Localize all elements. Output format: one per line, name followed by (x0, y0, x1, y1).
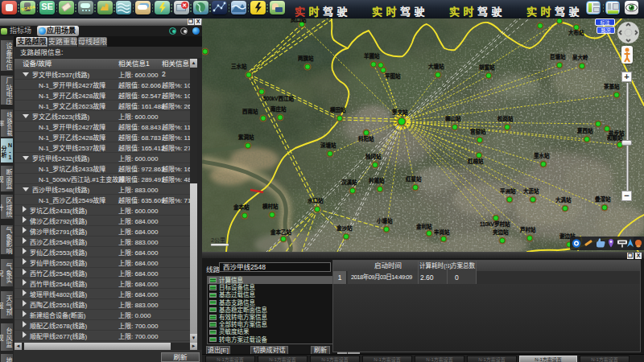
svg-text:2公里: 2公里 (211, 237, 225, 243)
svg-text:巨塘站: 巨塘站 (550, 53, 566, 60)
svg-text:平图站: 平图站 (385, 72, 401, 80)
svg-text:狮山站: 狮山站 (445, 115, 461, 122)
svg-text:金沙站: 金沙站 (336, 224, 353, 232)
svg-text:叠滘站: 叠滘站 (595, 195, 611, 203)
svg-text:茶基站: 茶基站 (604, 83, 620, 90)
svg-text:小塘站: 小塘站 (377, 217, 393, 224)
svg-text:大沥站: 大沥站 (523, 187, 539, 195)
svg-text:金利站: 金利站 (416, 223, 432, 230)
svg-text:金本乙站: 金本乙站 (270, 228, 292, 236)
svg-text:500kV西江站: 500kV西江站 (263, 95, 294, 102)
svg-text:平洲站: 平洲站 (500, 187, 516, 195)
svg-text:金本站: 金本站 (233, 204, 250, 211)
svg-text:水口站: 水口站 (308, 197, 324, 204)
svg-text:罗文站: 罗文站 (392, 109, 408, 116)
svg-text:丰岗站: 丰岗站 (434, 228, 450, 236)
svg-text:大塘站: 大塘站 (428, 63, 444, 70)
svg-text:夏西站: 夏西站 (577, 127, 593, 134)
svg-text:汉溪站: 汉溪站 (341, 179, 357, 186)
svg-text:芦村站: 芦村站 (520, 226, 536, 233)
svg-text:红棉站: 红棉站 (468, 158, 484, 165)
svg-text:科阳站: 科阳站 (358, 135, 374, 142)
svg-text:三水站: 三水站 (231, 63, 247, 70)
svg-text:横田站: 横田站 (330, 106, 346, 113)
svg-text:大布站: 大布站 (568, 29, 584, 36)
svg-text:里水站: 里水站 (534, 152, 550, 159)
svg-text:横村站: 横村站 (262, 203, 279, 210)
svg-text:两旗站: 两旗站 (298, 55, 314, 62)
svg-text:西南站: 西南站 (242, 108, 258, 115)
svg-text:村尾站: 村尾站 (369, 177, 385, 184)
svg-text:南庄站: 南庄站 (270, 105, 287, 113)
svg-text:盐步站: 盐步站 (609, 130, 625, 137)
svg-text:羊圃站: 羊圃站 (364, 52, 380, 60)
svg-text:吴大岭: 吴大岭 (572, 54, 588, 61)
svg-text:红星站: 红星站 (406, 175, 422, 183)
svg-text:紫洞站: 紫洞站 (238, 134, 254, 141)
svg-text:大涡站: 大涡站 (555, 196, 572, 204)
svg-text:深塘站: 深塘站 (320, 142, 336, 149)
svg-text:夹边站: 夹边站 (493, 228, 509, 236)
svg-text:110kV罗村站: 110kV罗村站 (480, 220, 510, 228)
svg-text:官窑站: 官窑站 (470, 128, 486, 135)
svg-text:独冈站: 独冈站 (365, 153, 382, 160)
svg-text:胡富站: 胡富站 (479, 64, 495, 71)
svg-text:松岗站: 松岗站 (497, 115, 514, 122)
